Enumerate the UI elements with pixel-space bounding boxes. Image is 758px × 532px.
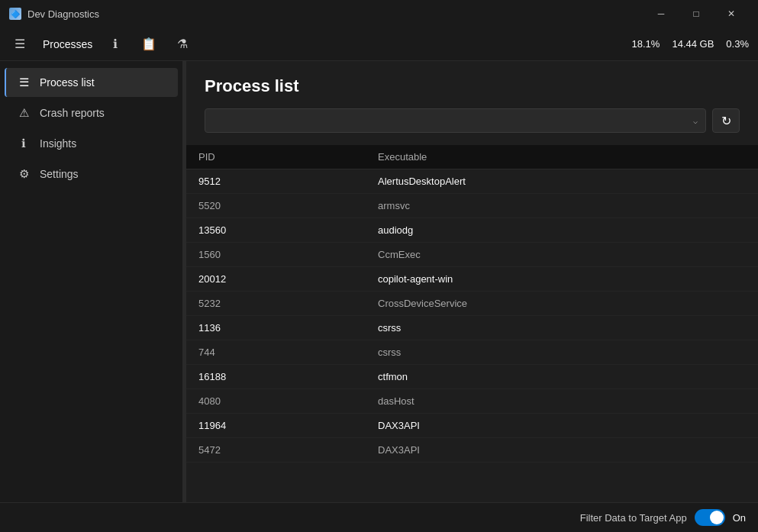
table-row[interactable]: 16188ctfmon: [186, 365, 758, 389]
refresh-icon: ↻: [721, 114, 731, 128]
maximize-button[interactable]: □: [679, 0, 714, 27]
cpu-stat: 18.1%: [632, 38, 660, 50]
table-row[interactable]: 1560CcmExec: [186, 243, 758, 267]
sidebar-label-settings: Settings: [40, 168, 79, 180]
table-row[interactable]: 5472DAX3API: [186, 438, 758, 463]
title-bar-left: 🔷 Dev Diagnostics: [9, 8, 99, 20]
pid-cell: 20012: [186, 267, 366, 292]
crash-reports-icon: ⚠: [17, 106, 31, 120]
sidebar-item-process-list[interactable]: ☰ Process list: [5, 68, 178, 97]
pid-cell: 744: [186, 340, 366, 365]
executable-cell: CrossDeviceService: [366, 292, 758, 316]
pid-cell: 1136: [186, 316, 366, 340]
window-controls: ─ □ ✕: [643, 0, 749, 27]
process-list-icon: ☰: [17, 76, 31, 89]
pid-cell: 5232: [186, 292, 366, 316]
app-icon: 🔷: [9, 8, 21, 20]
executable-cell: DAX3API: [366, 414, 758, 438]
toolbar-stats: 18.1% 14.44 GB 0.3%: [632, 38, 749, 50]
pid-cell: 16188: [186, 365, 366, 389]
sidebar-item-crash-reports[interactable]: ⚠ Crash reports: [5, 98, 178, 127]
pid-cell: 4080: [186, 389, 366, 414]
pid-cell: 1560: [186, 243, 366, 267]
info-icon[interactable]: ℹ: [105, 34, 126, 55]
sidebar-label-process-list: Process list: [40, 76, 95, 89]
filter-toggle[interactable]: [695, 509, 725, 526]
pid-cell: 5472: [186, 438, 366, 463]
table-row[interactable]: 9512AlertusDesktopAlert: [186, 169, 758, 194]
toolbar-processes-label: Processes: [43, 38, 92, 50]
table-row[interactable]: 1136csrss: [186, 316, 758, 340]
executable-cell: copilot-agent-win: [366, 267, 758, 292]
toggle-state-label: On: [733, 512, 746, 524]
close-button[interactable]: ✕: [714, 0, 749, 27]
pid-cell: 11964: [186, 414, 366, 438]
settings-icon: ⚙: [17, 167, 31, 181]
content-header: Process list ⌵ ↻: [186, 61, 758, 145]
filter-dropdown-wrapper: ⌵: [205, 108, 706, 133]
process-table-container[interactable]: PID Executable 9512AlertusDesktopAlert55…: [186, 145, 758, 502]
table-row[interactable]: 5520armsvc: [186, 194, 758, 218]
doc-icon[interactable]: 📋: [138, 34, 160, 55]
process-table: PID Executable 9512AlertusDesktopAlert55…: [186, 145, 758, 463]
executable-cell: armsvc: [366, 194, 758, 218]
filter-dropdown[interactable]: ⌵: [205, 108, 706, 133]
toolbar-left: ☰ Processes ℹ 📋 ⚗: [9, 34, 193, 55]
pid-cell: 5520: [186, 194, 366, 218]
sidebar-label-crash-reports: Crash reports: [40, 107, 105, 119]
sidebar-label-insights: Insights: [40, 137, 76, 150]
executable-cell: csrss: [366, 340, 758, 365]
pid-cell: 9512: [186, 169, 366, 194]
toolbar: ☰ Processes ℹ 📋 ⚗ 18.1% 14.44 GB 0.3%: [0, 27, 758, 61]
filter-bar: ⌵ ↻: [205, 108, 740, 133]
table-header-row: PID Executable: [186, 145, 758, 169]
table-row[interactable]: 13560audiodg: [186, 218, 758, 243]
app-title: Dev Diagnostics: [27, 8, 99, 20]
footer-toggle-label: Filter Data to Target App: [580, 512, 687, 524]
mem-stat: 14.44 GB: [672, 38, 714, 50]
executable-cell: csrss: [366, 316, 758, 340]
table-row[interactable]: 4080dasHost: [186, 389, 758, 414]
executable-cell: AlertusDesktopAlert: [366, 169, 758, 194]
disk-stat: 0.3%: [726, 38, 749, 50]
executable-header: Executable: [366, 145, 758, 169]
executable-cell: DAX3API: [366, 438, 758, 463]
executable-cell: CcmExec: [366, 243, 758, 267]
sidebar-item-insights[interactable]: ℹ Insights: [5, 129, 178, 158]
chevron-down-icon: ⌵: [693, 117, 698, 125]
executable-cell: dasHost: [366, 389, 758, 414]
minimize-button[interactable]: ─: [643, 0, 679, 27]
table-row[interactable]: 20012copilot-agent-win: [186, 267, 758, 292]
sidebar-item-settings[interactable]: ⚙ Settings: [5, 160, 178, 189]
pid-cell: 13560: [186, 218, 366, 243]
table-row[interactable]: 5232CrossDeviceService: [186, 292, 758, 316]
filter-icon[interactable]: ⚗: [172, 34, 193, 55]
footer: Filter Data to Target App On: [0, 502, 758, 532]
sidebar: ☰ Process list ⚠ Crash reports ℹ Insight…: [0, 61, 183, 502]
pid-header: PID: [186, 145, 366, 169]
executable-cell: audiodg: [366, 218, 758, 243]
refresh-button[interactable]: ↻: [712, 108, 740, 133]
insights-icon: ℹ: [17, 137, 31, 150]
executable-cell: ctfmon: [366, 365, 758, 389]
title-bar: 🔷 Dev Diagnostics ─ □ ✕: [0, 0, 758, 27]
toggle-knob: [710, 511, 724, 524]
table-row[interactable]: 11964DAX3API: [186, 414, 758, 438]
table-row[interactable]: 744csrss: [186, 340, 758, 365]
page-title: Process list: [205, 76, 740, 96]
hamburger-icon[interactable]: ☰: [9, 34, 31, 55]
main-layout: ☰ Process list ⚠ Crash reports ℹ Insight…: [0, 61, 758, 502]
content-area: Process list ⌵ ↻ PID Executable: [186, 61, 758, 502]
